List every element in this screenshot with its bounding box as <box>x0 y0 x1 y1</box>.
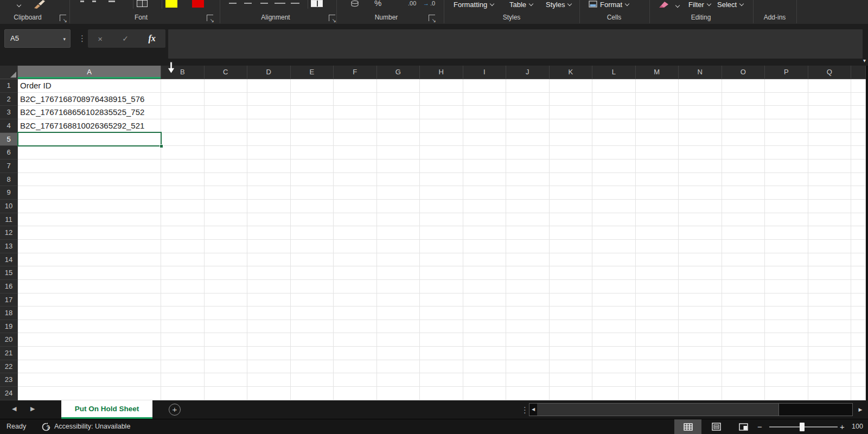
cell-F6[interactable] <box>334 146 377 159</box>
cell-Q4[interactable] <box>808 119 852 133</box>
cell-H1[interactable] <box>420 79 463 93</box>
cell-O5[interactable] <box>722 133 765 146</box>
cell-Q24[interactable] <box>808 387 852 400</box>
cell-L7[interactable] <box>592 159 636 173</box>
cell-H22[interactable] <box>420 360 463 374</box>
cell-A20[interactable] <box>18 333 161 347</box>
cell-K12[interactable] <box>550 226 593 240</box>
cell-O14[interactable] <box>722 253 765 267</box>
scroll-left-icon[interactable]: ◀ <box>532 404 535 416</box>
cell-C4[interactable] <box>205 119 248 133</box>
cell-H24[interactable] <box>420 387 463 400</box>
cell-C22[interactable] <box>205 360 248 374</box>
cell-D4[interactable] <box>247 119 291 133</box>
cell-P14[interactable] <box>765 253 808 267</box>
cell-P13[interactable] <box>765 240 808 253</box>
column-header-E[interactable]: E <box>291 66 334 79</box>
cell-P9[interactable] <box>765 186 808 200</box>
cell-G11[interactable] <box>377 213 420 227</box>
cell-D22[interactable] <box>247 360 291 374</box>
row-header-7[interactable]: 7 <box>0 159 18 173</box>
cell-partial-5[interactable] <box>851 133 866 146</box>
cell-H21[interactable] <box>420 347 463 360</box>
cell-B5[interactable] <box>161 133 205 146</box>
cell-E3[interactable] <box>291 106 334 119</box>
cell-N22[interactable] <box>679 360 722 374</box>
cell-C15[interactable] <box>205 266 248 280</box>
cell-partial-14[interactable] <box>851 253 866 267</box>
cell-H23[interactable] <box>420 373 463 387</box>
cell-L3[interactable] <box>592 106 636 119</box>
cell-F9[interactable] <box>334 186 377 200</box>
cell-N12[interactable] <box>679 226 722 240</box>
cell-G17[interactable] <box>377 293 420 307</box>
cell-N24[interactable] <box>679 387 722 400</box>
cell-O12[interactable] <box>722 226 765 240</box>
cell-L9[interactable] <box>592 186 636 200</box>
cell-O13[interactable] <box>722 240 765 253</box>
cell-partial-17[interactable] <box>851 293 866 307</box>
cell-K7[interactable] <box>550 159 593 173</box>
cell-Q17[interactable] <box>808 293 852 307</box>
enter-button[interactable]: ✓ <box>122 34 129 43</box>
cell-M23[interactable] <box>636 373 679 387</box>
cell-A6[interactable] <box>18 146 161 159</box>
cell-P11[interactable] <box>765 213 808 227</box>
cell-E20[interactable] <box>291 333 334 347</box>
cell-P7[interactable] <box>765 159 808 173</box>
cell-C3[interactable] <box>205 106 248 119</box>
cell-G2[interactable] <box>377 93 420 106</box>
cell-C7[interactable] <box>205 159 248 173</box>
cell-K5[interactable] <box>550 133 593 146</box>
conditional-formatting-button[interactable]: Formatting <box>454 0 494 9</box>
cell-partial-7[interactable] <box>851 159 866 173</box>
cell-G20[interactable] <box>377 333 420 347</box>
select-all-corner[interactable] <box>0 66 18 79</box>
cell-H7[interactable] <box>420 159 463 173</box>
cell-H14[interactable] <box>420 253 463 267</box>
cell-partial-6[interactable] <box>851 146 866 159</box>
column-header-O[interactable]: O <box>722 66 765 79</box>
cell-H8[interactable] <box>420 173 463 187</box>
cell-M24[interactable] <box>636 387 679 400</box>
cell-M20[interactable] <box>636 333 679 347</box>
cell-I9[interactable] <box>463 186 507 200</box>
cell-E4[interactable] <box>291 119 334 133</box>
cell-G9[interactable] <box>377 186 420 200</box>
cell-K13[interactable] <box>550 240 593 253</box>
cell-K21[interactable] <box>550 347 593 360</box>
cell-H11[interactable] <box>420 213 463 227</box>
cell-N9[interactable] <box>679 186 722 200</box>
cell-F2[interactable] <box>334 93 377 106</box>
cell-A23[interactable] <box>18 373 161 387</box>
cell-G15[interactable] <box>377 266 420 280</box>
cell-B2[interactable] <box>161 93 205 106</box>
cell-D7[interactable] <box>247 159 291 173</box>
font-tool-icon[interactable] <box>80 1 84 2</box>
cell-P15[interactable] <box>765 266 808 280</box>
cell-K20[interactable] <box>550 333 593 347</box>
row-header-8[interactable]: 8 <box>0 173 18 187</box>
cell-M8[interactable] <box>636 173 679 187</box>
cell-M10[interactable] <box>636 200 679 213</box>
cell-L18[interactable] <box>592 307 636 320</box>
cell-B22[interactable] <box>161 360 205 374</box>
row-header-15[interactable]: 15 <box>0 266 18 280</box>
cell-I19[interactable] <box>463 320 507 334</box>
cell-partial-20[interactable] <box>851 333 866 347</box>
cell-I3[interactable] <box>463 106 507 119</box>
cell-A14[interactable] <box>18 253 161 267</box>
cell-N13[interactable] <box>679 240 722 253</box>
cell-L15[interactable] <box>592 266 636 280</box>
cell-G6[interactable] <box>377 146 420 159</box>
cell-J23[interactable] <box>506 373 550 387</box>
cell-L4[interactable] <box>592 119 636 133</box>
cell-A15[interactable] <box>18 266 161 280</box>
cell-I11[interactable] <box>463 213 507 227</box>
cell-E1[interactable] <box>291 79 334 93</box>
cell-E21[interactable] <box>291 347 334 360</box>
cell-N3[interactable] <box>679 106 722 119</box>
cell-J21[interactable] <box>506 347 550 360</box>
cell-I20[interactable] <box>463 333 507 347</box>
cell-G24[interactable] <box>377 387 420 400</box>
